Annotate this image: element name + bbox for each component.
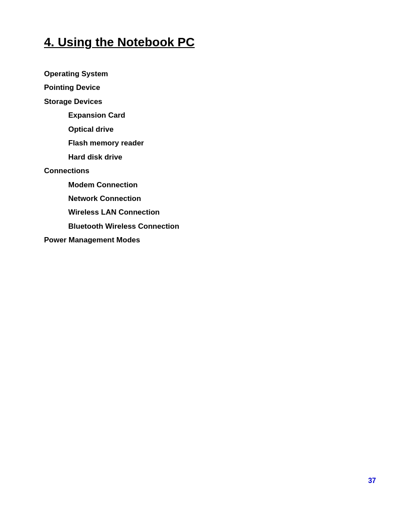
toc-item: Modem Connection	[44, 178, 376, 192]
toc-list: Operating SystemPointing DeviceStorage D…	[44, 67, 376, 247]
toc-item: Wireless LAN Connection	[44, 205, 376, 219]
chapter-title: 4. Using the Notebook PC	[44, 35, 376, 49]
toc-item: Optical drive	[44, 123, 376, 136]
toc-item: Bluetooth Wireless Connection	[44, 219, 376, 233]
toc-item: Connections	[44, 164, 376, 178]
toc-item: Storage Devices	[44, 95, 376, 108]
toc-item: Hard disk drive	[44, 150, 376, 164]
toc-item: Operating System	[44, 67, 376, 81]
toc-item: Expansion Card	[44, 108, 376, 122]
page-container: 4. Using the Notebook PC Operating Syste…	[0, 0, 420, 509]
toc-item: Power Management Modes	[44, 233, 376, 247]
page-number: 37	[368, 477, 376, 485]
toc-item: Pointing Device	[44, 81, 376, 94]
toc-item: Network Connection	[44, 192, 376, 205]
toc-item: Flash memory reader	[44, 136, 376, 150]
